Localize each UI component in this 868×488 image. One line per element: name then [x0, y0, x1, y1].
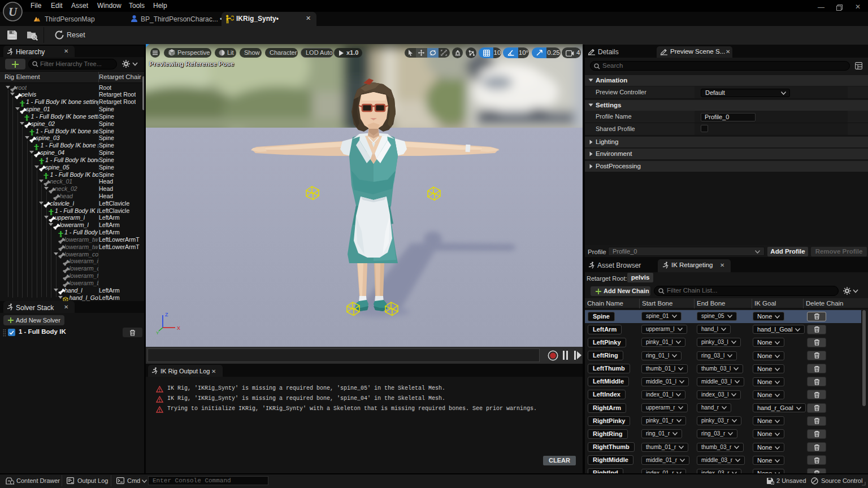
svg-text:Z: Z — [165, 312, 168, 317]
svg-text:Y: Y — [156, 330, 159, 336]
svg-text:U: U — [8, 5, 18, 19]
svg-text:X: X — [177, 325, 180, 331]
